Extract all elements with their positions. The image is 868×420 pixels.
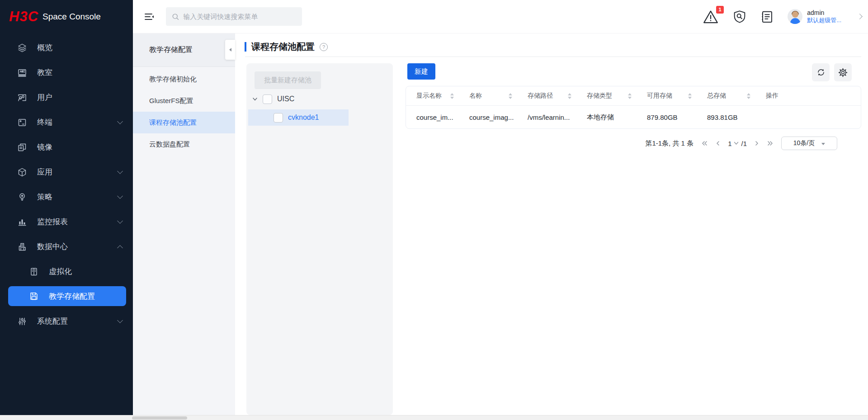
column-header-available-storage[interactable]: 可用存储 (647, 92, 707, 100)
cell-storage-path: /vms/learnin... (528, 113, 587, 121)
sort-icon[interactable] (450, 93, 454, 99)
refresh-icon (816, 68, 826, 77)
main-content: 课程存储池配置 ? 批量新建存储池 UISC cvknode1 新建 显示名称 (235, 33, 868, 415)
security-audit-button[interactable] (732, 9, 747, 24)
clipboard-list-icon (760, 9, 774, 24)
column-header-storage-type[interactable]: 存储类型 (587, 92, 647, 100)
sidebar-item-classroom[interactable]: 教室 (0, 60, 133, 85)
alert-count-badge: 1 (716, 6, 724, 14)
submenu-item-course-storage-pool[interactable]: 课程存储池配置 (133, 112, 235, 133)
column-header-actions: 操作 (766, 92, 861, 100)
host-tree-panel: 批量新建存储池 UISC cvknode1 (246, 63, 393, 415)
current-page-dropdown[interactable]: 1 /1 (728, 140, 747, 147)
user-role-link[interactable]: 默认超级管... (807, 17, 841, 24)
bar-chart-icon (17, 217, 27, 227)
horizontal-scrollbar[interactable] (0, 415, 868, 420)
sidebar-collapse-handle[interactable] (225, 40, 235, 60)
header-divider (245, 57, 861, 57)
triangle-left-icon (227, 48, 231, 52)
tree-node-cvknode1[interactable]: cvknode1 (248, 109, 349, 126)
primary-sidebar: H3C Space Console 概览 教室 用户 终端 镜像 应用 (0, 0, 133, 420)
column-header-display-name[interactable]: 显示名称 (416, 92, 469, 100)
sidebar-item-system-config[interactable]: 系统配置 (0, 309, 133, 334)
submenu-item-glusterfs[interactable]: GlusterFS配置 (133, 90, 235, 112)
tree-node-label: UISC (277, 95, 294, 103)
cell-name: course_imag... (469, 113, 528, 121)
scrollbar-thumb[interactable] (132, 416, 187, 420)
sidebar-item-label: 教室 (37, 67, 122, 78)
sort-icon[interactable] (568, 93, 571, 99)
prev-page-button[interactable] (716, 141, 720, 146)
page-header: 课程存储池配置 ? (245, 41, 328, 53)
chevron-left-icon (716, 141, 720, 146)
layers-icon (17, 43, 27, 53)
menu-collapse-icon[interactable] (144, 12, 155, 22)
search-input[interactable] (183, 13, 296, 20)
submenu-item-cloud-data-disk[interactable]: 云数据盘配置 (133, 133, 235, 155)
table-row[interactable]: course_im... course_imag... /vms/learnin… (406, 106, 861, 128)
sort-icon[interactable] (747, 93, 750, 99)
sort-icon[interactable] (509, 93, 512, 99)
chevron-down-icon (117, 118, 123, 124)
column-header-total-storage[interactable]: 总存储 (707, 92, 766, 100)
batch-create-pool-button[interactable]: 批量新建存储池 (255, 71, 321, 89)
table-actions (812, 63, 852, 81)
refresh-button[interactable] (812, 63, 830, 81)
menu-search (166, 7, 302, 26)
double-chevron-right-icon (767, 141, 774, 146)
column-header-name[interactable]: 名称 (469, 92, 528, 100)
table-settings-button[interactable] (834, 63, 852, 81)
checkbox[interactable] (274, 113, 283, 123)
sidebar-item-terminal[interactable]: 终端 (0, 110, 133, 135)
chevron-down-icon[interactable] (252, 96, 258, 102)
create-button[interactable]: 新建 (407, 63, 435, 80)
sort-icon[interactable] (688, 93, 692, 99)
sidebar-item-teaching-storage[interactable]: 教学存储配置 (8, 286, 126, 306)
chevron-down-icon (117, 193, 123, 199)
checkbox[interactable] (263, 94, 272, 104)
column-header-storage-path[interactable]: 存储路径 (528, 92, 587, 100)
sort-icon[interactable] (628, 93, 632, 99)
chevron-right-icon[interactable] (857, 14, 863, 19)
sidebar-item-label: 监控报表 (37, 217, 108, 227)
avatar (788, 9, 802, 24)
sidebar-item-images[interactable]: 镜像 (0, 135, 133, 160)
task-log-button[interactable] (760, 9, 774, 24)
sidebar-item-label: 教学存储配置 (49, 291, 115, 302)
mirror-image-icon (17, 142, 27, 152)
last-page-button[interactable] (767, 141, 774, 146)
first-page-button[interactable] (701, 141, 708, 146)
chevron-down-icon (117, 168, 123, 174)
product-name: Space Console (42, 12, 101, 22)
sidebar-item-datacenter[interactable]: 数据中心 (0, 234, 133, 259)
chevron-up-icon (117, 245, 123, 251)
datacenter-building-icon (17, 242, 27, 252)
shield-search-icon (732, 9, 747, 24)
cell-storage-type: 本地存储 (587, 113, 647, 122)
sidebar-item-monitor-reports[interactable]: 监控报表 (0, 209, 133, 234)
user-icon (17, 93, 27, 103)
sidebar-item-label: 数据中心 (37, 241, 108, 252)
help-icon[interactable]: ? (320, 43, 328, 51)
tree-node-uisc[interactable]: UISC (252, 92, 294, 106)
sliders-icon (17, 316, 27, 326)
page-size-select[interactable]: 10条/页 (781, 137, 837, 150)
topbar: 1 admin 默认超级管... (133, 0, 868, 33)
alert-button[interactable]: 1 (703, 9, 719, 24)
sidebar-item-applications[interactable]: 应用 (0, 160, 133, 184)
sidebar-item-overview[interactable]: 概览 (0, 35, 133, 60)
next-page-button[interactable] (755, 141, 759, 146)
app-logo: H3C Space Console (0, 0, 133, 33)
chevron-down-icon (734, 142, 739, 145)
sidebar-item-users[interactable]: 用户 (0, 85, 133, 110)
user-name: admin (807, 9, 841, 17)
submenu-item-storage-init[interactable]: 教学存储初始化 (133, 68, 235, 90)
page-size-value: 10条/页 (793, 139, 815, 147)
sidebar-item-virtualization[interactable]: 虚拟化 (0, 259, 133, 284)
search-icon (172, 13, 179, 21)
cell-available-storage: 879.80GB (647, 113, 707, 121)
sidebar-item-label: 策略 (37, 192, 108, 202)
current-page: 1 (728, 140, 731, 147)
user-menu[interactable]: admin 默认超级管... (788, 9, 841, 24)
sidebar-item-policy[interactable]: 策略 (0, 184, 133, 209)
